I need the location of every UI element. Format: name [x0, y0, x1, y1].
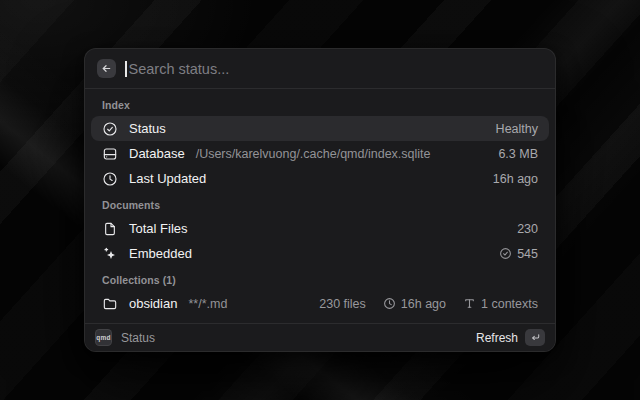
clock-icon [383, 297, 396, 310]
section-label-index: Index [85, 91, 555, 116]
text-cursor [125, 61, 127, 77]
collection-contexts: 1 contexts [481, 297, 538, 311]
section-label-collections: Collections (1) [85, 266, 555, 291]
command-palette: Index Status Healthy Database /Users/kar… [84, 48, 556, 352]
row-value: 230 [517, 222, 538, 236]
check-circle-icon [102, 121, 118, 137]
row-title: Embedded [129, 246, 192, 261]
collection-name: obsidian [129, 296, 177, 311]
clock-icon [102, 171, 118, 187]
app-badge: qmd [95, 329, 112, 346]
row-value: 6.3 MB [498, 147, 538, 161]
sparkles-icon [102, 246, 118, 262]
database-path: /Users/karelvuong/.cache/qmd/index.sqlit… [196, 147, 431, 161]
row-title: Total Files [129, 221, 188, 236]
row-title: Status [129, 121, 166, 136]
row-embedded[interactable]: Embedded 545 [91, 241, 549, 266]
folder-icon [102, 296, 118, 312]
row-value: 16h ago [493, 172, 538, 186]
search-input[interactable] [129, 61, 544, 77]
refresh-action[interactable]: Refresh [476, 329, 545, 346]
collection-pattern: **/*.md [188, 297, 227, 311]
row-title: Database [129, 146, 185, 161]
collection-meta: 230 files 16h ago [319, 297, 538, 311]
back-button[interactable] [97, 59, 116, 78]
row-total-files[interactable]: Total Files 230 [91, 216, 549, 241]
row-collection-obsidian[interactable]: obsidian **/*.md 230 files 16h ago [91, 291, 549, 316]
collection-file-count: 230 files [319, 297, 366, 311]
type-icon [463, 297, 476, 310]
refresh-label: Refresh [476, 331, 518, 345]
section-label-documents: Documents [85, 191, 555, 216]
row-title: Last Updated [129, 171, 206, 186]
enter-key-icon [525, 329, 545, 346]
row-value: Healthy [496, 122, 538, 136]
file-icon [102, 221, 118, 237]
row-value: 545 [517, 247, 538, 261]
collection-updated: 16h ago [401, 297, 446, 311]
hard-drive-icon [102, 146, 118, 162]
arrow-left-icon [101, 63, 112, 74]
results-list: Index Status Healthy Database /Users/kar… [85, 89, 555, 323]
footer-command-label: Status [121, 331, 155, 345]
row-status[interactable]: Status Healthy [91, 116, 549, 141]
row-last-updated[interactable]: Last Updated 16h ago [91, 166, 549, 191]
search-bar [85, 49, 555, 89]
footer-bar: qmd Status Refresh [85, 323, 555, 351]
check-circle-icon [499, 247, 512, 260]
row-database[interactable]: Database /Users/karelvuong/.cache/qmd/in… [91, 141, 549, 166]
